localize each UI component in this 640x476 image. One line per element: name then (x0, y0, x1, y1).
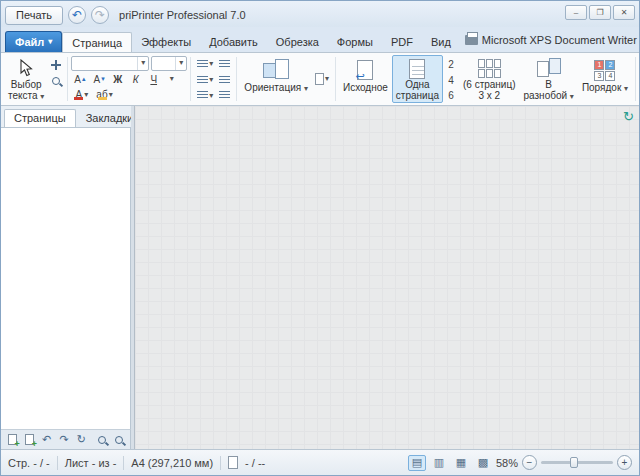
insert-page-button[interactable] (22, 432, 36, 448)
caret-down-icon: ▾ (101, 75, 105, 83)
caret-up-icon: ▴ (82, 75, 86, 83)
refresh-thumbnails-button[interactable]: ↻ (74, 432, 88, 448)
tab-pdf[interactable]: PDF (382, 31, 422, 52)
tab-view[interactable]: Вид (422, 31, 460, 52)
ribbon-separator (190, 57, 191, 101)
undo-button[interactable]: ↶ (68, 6, 86, 24)
font-family-select[interactable]: ▾ (71, 56, 149, 71)
orientation-icon (263, 58, 289, 82)
underline-button[interactable]: Ч (146, 72, 162, 87)
group-orientation: Ориентация ▾ ▾ (239, 54, 333, 104)
insert-page-icon (25, 434, 34, 445)
view-facing-pages-button[interactable]: ▥ (430, 455, 448, 471)
text-color-button[interactable]: А ▾ (71, 88, 91, 103)
printer-select[interactable]: Microsoft XPS Document Writer ▾ (460, 30, 640, 50)
close-button[interactable]: ✕ (613, 5, 635, 20)
zoom-out-button[interactable]: − (522, 455, 537, 470)
print-button[interactable]: Печать (5, 6, 63, 25)
select-text-button[interactable]: Выбор текста ▾ (4, 55, 48, 103)
preview-area[interactable]: ↻ (134, 106, 639, 449)
indent-icon (219, 91, 230, 100)
caret-down-icon: ▾ (209, 92, 213, 100)
maximize-button[interactable]: ❐ (589, 5, 611, 20)
caret-down-icon: ▾ (209, 60, 213, 68)
orientation-button[interactable]: Ориентация ▾ (240, 55, 312, 103)
grow-font-button[interactable]: А ▴ (71, 72, 88, 87)
status-position: - / -- (245, 457, 265, 469)
original-page-icon: ↩ (357, 58, 373, 82)
zoom-in-button[interactable]: + (617, 455, 632, 470)
tab-insert[interactable]: Добавить (200, 31, 267, 52)
sidebar-tab-pages[interactable]: Страницы (4, 109, 76, 128)
zoom-slider-thumb[interactable] (570, 457, 578, 468)
caret-down-icon: ▾ (624, 84, 628, 93)
one-page-label: Одна страница (396, 79, 439, 101)
thumb-zoom-out-button[interactable] (94, 432, 108, 448)
more-font-styles-button[interactable]: ▾ (164, 72, 180, 87)
shuffle-label: В разнобой ▾ (524, 79, 574, 101)
rotate-left-button[interactable]: ↶ (40, 432, 54, 448)
line-spacing-icon (197, 91, 208, 100)
shuffle-button[interactable]: В разнобой ▾ (520, 55, 578, 103)
pan-tool-button[interactable] (48, 57, 64, 72)
align-left-button[interactable]: ▾ (194, 57, 216, 72)
indent-button[interactable] (216, 88, 233, 103)
six-pages-grid-label: (6 страниц) 3 х 2 (463, 79, 516, 101)
sidebar-toolbar: ↶ ↷ ↻ (1, 429, 131, 449)
rotate-left-icon: ↶ (42, 434, 51, 445)
redo-button[interactable]: ↷ (91, 6, 109, 24)
minimize-button[interactable]: – (565, 5, 587, 20)
line-spacing-button[interactable]: ▾ (194, 88, 216, 103)
highlight-color-button[interactable]: аб ▾ (93, 88, 115, 103)
two-pages-button[interactable]: 2 (443, 57, 459, 72)
font-size-select[interactable]: ▾ (151, 56, 187, 71)
zoom-tool-button[interactable] (48, 73, 64, 88)
caret-down-icon: ▾ (175, 57, 186, 70)
view-thumbs-icon: ▩ (478, 456, 488, 469)
original-layout-label: Исходное (343, 82, 388, 93)
justify-button[interactable] (216, 73, 233, 88)
tab-forms[interactable]: Формы (328, 31, 382, 52)
caret-down-icon: ▾ (325, 75, 329, 83)
view-thumbnails-button[interactable]: ▩ (474, 455, 492, 471)
paper-size-button[interactable]: ▾ (312, 72, 332, 87)
magnifier-icon (52, 77, 60, 85)
view-double-icon: ▥ (434, 456, 444, 469)
view-single-icon: ▤ (412, 456, 422, 469)
caret-down-icon: ▾ (209, 76, 213, 84)
refresh-preview-icon[interactable]: ↻ (623, 110, 634, 123)
six-pages-grid-button[interactable]: (6 страниц) 3 х 2 (459, 55, 520, 103)
file-menu-button[interactable]: Файл ▾ (5, 31, 62, 52)
tab-effects[interactable]: Эффекты (132, 31, 200, 52)
printer-icon (465, 35, 478, 45)
pages-thumbnail-panel[interactable] (1, 127, 131, 429)
printer-select-value: Microsoft XPS Document Writer (482, 34, 637, 46)
align-center-button[interactable]: ▾ (194, 73, 216, 88)
list-button[interactable] (216, 57, 233, 72)
statusbar-separator (220, 456, 221, 470)
one-page-button[interactable]: Одна страница (392, 55, 443, 103)
tab-crop[interactable]: Обрезка (267, 31, 328, 52)
statusbar-right: ▤ ▥ ▦ ▩ 58% − + (408, 455, 632, 471)
statusbar-separator (123, 456, 124, 470)
view-grid-button[interactable]: ▦ (452, 455, 470, 471)
redo-icon: ↷ (95, 9, 105, 21)
bold-button[interactable]: Ж (110, 72, 126, 87)
six-pages-button[interactable]: 6 (443, 88, 459, 103)
rotate-right-button[interactable]: ↷ (57, 432, 71, 448)
zoom-slider[interactable] (541, 461, 613, 464)
italic-button[interactable]: К (128, 72, 144, 87)
tab-page[interactable]: Страница (62, 32, 132, 53)
view-single-page-button[interactable]: ▤ (408, 455, 426, 471)
add-page-icon (8, 434, 17, 445)
order-button[interactable]: 1 2 3 4 Порядок ▾ (578, 55, 632, 103)
ribbon-separator (635, 57, 636, 101)
add-page-button[interactable] (5, 432, 19, 448)
four-pages-button[interactable]: 4 (443, 73, 459, 88)
ribbon-separator (335, 57, 336, 101)
caret-down-icon: ▾ (48, 38, 52, 46)
shrink-font-button[interactable]: А ▾ (91, 72, 108, 87)
statusbar-separator (57, 456, 58, 470)
original-layout-button[interactable]: ↩ Исходное (339, 55, 392, 103)
thumb-zoom-in-button[interactable] (112, 432, 126, 448)
